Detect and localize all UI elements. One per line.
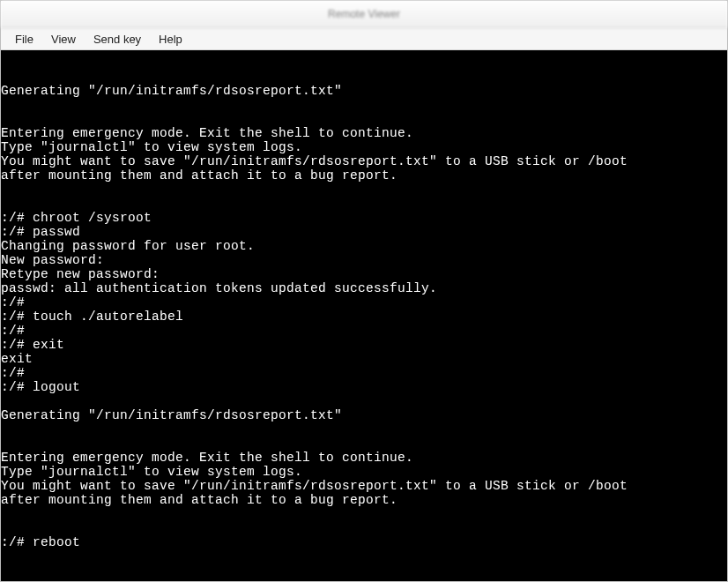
terminal-line: Entering emergency mode. Exit the shell … [1, 451, 727, 465]
terminal-line [1, 394, 727, 408]
terminal-output[interactable]: Generating "/run/initramfs/rdsosreport.t… [1, 50, 727, 581]
menu-sendkey[interactable]: Send key [85, 31, 150, 48]
terminal-line [1, 112, 727, 126]
terminal-line: Type "journalctl" to view system logs. [1, 140, 727, 154]
terminal-line: :/# [1, 366, 727, 380]
terminal-line: :/# touch ./autorelabel [1, 310, 727, 324]
terminal-line [1, 507, 727, 521]
terminal-line: Generating "/run/initramfs/rdsosreport.t… [1, 84, 727, 98]
terminal-line [1, 183, 727, 197]
terminal-line [1, 70, 727, 84]
terminal-line: :/# [1, 295, 727, 310]
terminal-line: Entering emergency mode. Exit the shell … [1, 126, 727, 140]
menu-view[interactable]: View [42, 31, 85, 48]
terminal-line [1, 521, 727, 535]
terminal-line: :/# chroot /sysroot [1, 211, 727, 225]
terminal-line: after mounting them and attach it to a b… [1, 168, 727, 183]
terminal-line: :/# [1, 324, 727, 338]
terminal-line [1, 436, 727, 451]
terminal-line: passwd: all authentication tokens update… [1, 281, 727, 295]
terminal-line [1, 197, 727, 211]
terminal-line: :/# logout [1, 380, 727, 394]
terminal-line: :/# exit [1, 338, 727, 352]
menu-help[interactable]: Help [150, 31, 191, 48]
terminal-line: :/# reboot [1, 535, 727, 549]
terminal-line [1, 422, 727, 436]
terminal-line: New password: [1, 253, 727, 267]
window-titlebar: Remote Viewer [1, 1, 727, 28]
app-window: Remote Viewer File View Send key Help Ge… [0, 0, 728, 582]
terminal-line [1, 98, 727, 112]
terminal-line: Generating "/run/initramfs/rdsosreport.t… [1, 408, 727, 422]
terminal-line: Changing password for user root. [1, 239, 727, 253]
menubar: File View Send key Help [1, 28, 727, 50]
terminal-line: after mounting them and attach it to a b… [1, 493, 727, 507]
menu-file[interactable]: File [6, 31, 42, 48]
terminal-line: exit [1, 352, 727, 366]
terminal-line: Retype new password: [1, 267, 727, 281]
window-title: Remote Viewer [328, 8, 400, 20]
terminal-line: Type "journalctl" to view system logs. [1, 465, 727, 479]
terminal-line: :/# passwd [1, 225, 727, 239]
terminal-line: You might want to save "/run/initramfs/r… [1, 154, 727, 168]
terminal-line: You might want to save "/run/initramfs/r… [1, 479, 727, 493]
